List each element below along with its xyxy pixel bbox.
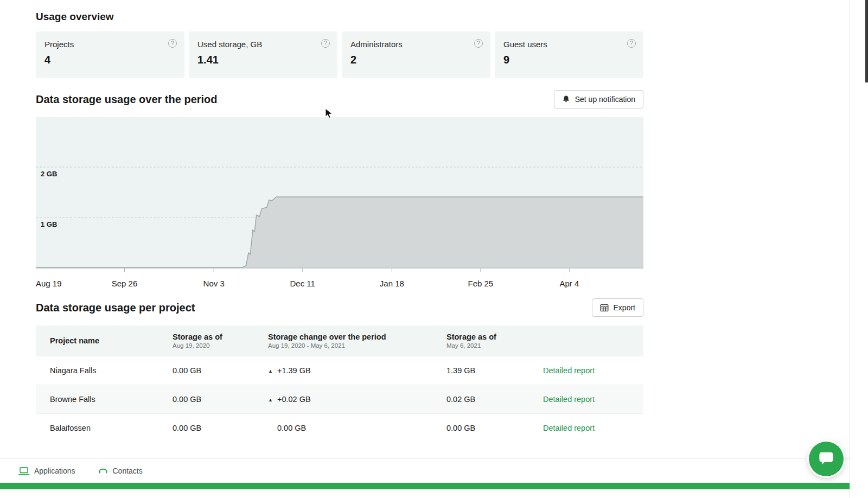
export-label: Export (614, 303, 635, 312)
projects-section-header: Data storage usage per project Export (36, 298, 643, 317)
storage-start-value: 0.00 GB (173, 413, 268, 442)
storage-change-value: 0.00 GB (277, 424, 306, 432)
y-axis-label: 1 GB (41, 220, 57, 228)
column-header-storage-change: Storage change over the period (268, 333, 440, 341)
storage-start-value: 0.00 GB (173, 356, 268, 385)
main-content: Usage overview Projects 4 ? Used storage… (36, 11, 643, 442)
footer-link-label: Contacts (113, 467, 143, 475)
table-row: Browne Falls 0.00 GB ▲+0.02 GB 0.02 GB D… (36, 385, 643, 413)
stat-card-used-storage: Used storage, GB 1.41 ? (189, 31, 337, 78)
project-name: Balaifossen (36, 413, 173, 442)
help-icon[interactable]: ? (168, 39, 177, 48)
stat-label: Used storage, GB (197, 40, 329, 49)
storage-end-value: 0.02 GB (446, 385, 543, 413)
footer-link-applications[interactable]: Applications (18, 467, 75, 476)
stat-label: Projects (44, 40, 176, 49)
bottom-accent-bar (0, 483, 850, 489)
chat-bubble-icon (818, 451, 834, 468)
vertical-scrollbar-thumb[interactable] (865, 0, 868, 82)
set-up-notification-button[interactable]: Set up notification (554, 90, 643, 108)
project-name: Browne Falls (36, 385, 173, 413)
column-header-storage-start: Storage as of (173, 333, 261, 341)
storage-section-title: Data storage usage over the period (36, 93, 218, 106)
increase-arrow-icon: ▲ (268, 397, 277, 403)
stat-label: Guest users (503, 40, 635, 49)
projects-table: Project name Storage as of Aug 19, 2020 … (36, 325, 643, 442)
help-icon[interactable]: ? (321, 39, 330, 48)
x-axis-label: Jan 18 (380, 279, 404, 288)
column-subheader-storage-change: Aug 19, 2020 - May 6, 2021 (268, 342, 440, 349)
column-subheader-storage-end: May 6, 2021 (446, 342, 537, 349)
footer-link-contacts[interactable]: Contacts (98, 467, 143, 475)
stat-value: 4 (44, 54, 176, 66)
table-header: Project name Storage as of Aug 19, 2020 … (36, 325, 643, 356)
chat-launcher-button[interactable] (809, 442, 844, 476)
table-row: Niagara Falls 0.00 GB ▲+1.39 GB 1.39 GB … (36, 356, 643, 385)
stat-value: 9 (503, 54, 635, 66)
projects-section-title: Data storage usage per project (36, 302, 195, 314)
stats-row: Projects 4 ? Used storage, GB 1.41 ? Adm… (36, 31, 643, 78)
stat-value: 1.41 (197, 54, 329, 66)
storage-section-header: Data storage usage over the period Set u… (36, 90, 643, 108)
stat-value: 2 (350, 54, 482, 66)
column-subheader-storage-start: Aug 19, 2020 (173, 342, 261, 349)
y-axis-label: 2 GB (41, 170, 57, 178)
x-axis-label: Sep 26 (112, 279, 138, 288)
x-axis-label: Nov 3 (203, 279, 225, 288)
vertical-scrollbar-track[interactable] (850, 0, 868, 498)
column-header-storage-end: Storage as of (446, 333, 537, 341)
table-grid-icon (600, 304, 609, 312)
x-axis-label: Feb 25 (468, 279, 493, 288)
increase-arrow-icon: ▲ (268, 368, 277, 374)
storage-change-value: +0.02 GB (277, 395, 311, 404)
storage-chart: 1 GB2 GBAug 19Sep 26Nov 3Dec 11Jan 18Feb… (36, 117, 643, 292)
x-axis-label: Aug 19 (36, 279, 62, 288)
phone-icon (98, 467, 108, 475)
footer-link-label: Applications (34, 467, 75, 475)
stat-card-guest-users: Guest users 9 ? (495, 31, 643, 78)
detailed-report-link[interactable]: Detailed report (543, 424, 595, 432)
project-name: Niagara Falls (36, 356, 173, 385)
stat-card-projects: Projects 4 ? (36, 31, 184, 78)
help-icon[interactable]: ? (627, 39, 636, 48)
export-button[interactable]: Export (592, 298, 643, 317)
help-icon[interactable]: ? (474, 39, 483, 48)
x-axis-label: Dec 11 (290, 279, 315, 288)
stat-card-administrators: Administrators 2 ? (342, 31, 490, 78)
footer: Applications Contacts (0, 458, 850, 483)
bell-icon (562, 95, 570, 104)
storage-start-value: 0.00 GB (173, 385, 268, 413)
set-up-notification-label: Set up notification (575, 95, 635, 104)
detailed-report-link[interactable]: Detailed report (543, 395, 595, 404)
detailed-report-link[interactable]: Detailed report (543, 366, 595, 375)
x-axis-label: Apr 4 (559, 279, 579, 288)
storage-change-value: +1.39 GB (277, 366, 311, 375)
column-header-project-name: Project name (50, 336, 166, 345)
storage-end-value: 1.39 GB (446, 356, 543, 385)
stat-label: Administrators (350, 40, 482, 49)
laptop-icon (18, 467, 29, 476)
storage-chart-svg (36, 117, 643, 276)
storage-end-value: 0.00 GB (446, 413, 543, 442)
table-row: Balaifossen 0.00 GB 0.00 GB 0.00 GB Deta… (36, 413, 643, 442)
page-title: Usage overview (36, 11, 643, 23)
